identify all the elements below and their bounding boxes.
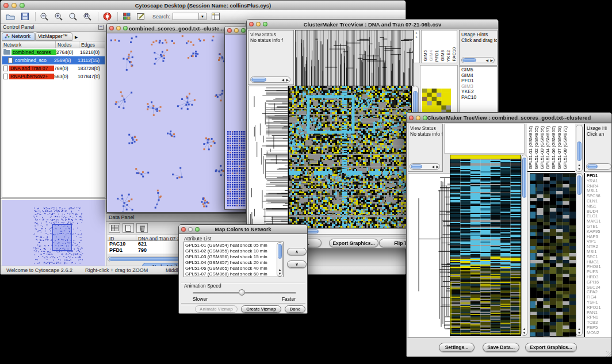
row-dendrogram[interactable] bbox=[248, 86, 288, 228]
attribute-item[interactable]: GPL51-07 (GSM868) heat shock 60 min bbox=[185, 271, 282, 277]
col-labels-vscrollbar[interactable]: ▲▼ bbox=[576, 125, 583, 172]
column-dendrogram[interactable] bbox=[295, 30, 414, 86]
done-button[interactable]: Done bbox=[285, 305, 305, 313]
open-session-button[interactable] bbox=[4, 12, 17, 22]
tab-network[interactable]: Network bbox=[2, 32, 35, 41]
scroll-thumb[interactable] bbox=[587, 164, 598, 168]
col-network[interactable]: Network bbox=[2, 41, 56, 48]
close-icon[interactable] bbox=[409, 116, 414, 120]
scroll-left-arrow[interactable]: ◀ bbox=[281, 77, 284, 82]
usage-hints-hscrollbar[interactable]: ◀ ▶ bbox=[461, 57, 495, 63]
treeview1-titlebar[interactable]: ClusterMaker TreeView : DNA and Tran 07-… bbox=[247, 20, 498, 29]
animate-vizmap-button[interactable]: Animate Vizmap bbox=[195, 305, 238, 313]
zoom-out-button[interactable] bbox=[38, 12, 51, 22]
export-graphics-button[interactable]: Export Graphics... bbox=[525, 343, 577, 352]
annotation-button[interactable] bbox=[135, 12, 147, 22]
attribute-list[interactable]: GPL51-01 (GSM854) heat shock 05 minGPL51… bbox=[183, 242, 284, 277]
cytoscape-titlebar[interactable]: Cytoscape Desktop (Session Name: collins… bbox=[1, 1, 406, 10]
scroll-thumb[interactable] bbox=[577, 175, 582, 195]
speed-slider-thumb[interactable] bbox=[239, 289, 245, 296]
zoom-fit-button[interactable] bbox=[67, 12, 79, 22]
new-attribute-button[interactable] bbox=[123, 223, 134, 233]
gene-label[interactable]: MON2 bbox=[587, 331, 612, 336]
row-dendrogram[interactable] bbox=[408, 173, 450, 338]
scroll-left-arrow[interactable]: ◀ bbox=[431, 164, 434, 169]
export-graphics-button[interactable]: Export Graphics... bbox=[329, 239, 378, 247]
help-button[interactable] bbox=[101, 12, 113, 22]
scroll-thumb[interactable] bbox=[522, 158, 526, 198]
scroll-arrows[interactable]: ▲▼ bbox=[576, 327, 582, 335]
col-edges[interactable]: Edges bbox=[79, 41, 105, 48]
document-icon bbox=[3, 66, 8, 71]
birdseye-view[interactable] bbox=[2, 200, 105, 267]
float-panel-icon[interactable] bbox=[98, 25, 104, 30]
usage-hints-hscrollbar[interactable] bbox=[586, 163, 611, 170]
save-data-button[interactable]: Save Data... bbox=[483, 343, 519, 352]
column-label: GPL51-01 (GSM854) bbox=[528, 126, 533, 170]
scroll-thumb[interactable] bbox=[411, 164, 422, 168]
resize-grip[interactable] bbox=[606, 351, 612, 357]
attribute-item[interactable]: GPL51-01 (GSM854) heat shock 05 min bbox=[185, 243, 282, 248]
view-status-hscrollbar[interactable]: ◀ ▶ bbox=[410, 163, 440, 170]
move-down-button[interactable]: ∨ bbox=[287, 260, 307, 268]
zoom-vscrollbar[interactable]: ▲▼ bbox=[576, 173, 583, 336]
main-heatmap[interactable] bbox=[450, 155, 521, 336]
treeview2-titlebar[interactable]: ClusterMaker TreeView : combined_scores_… bbox=[407, 113, 611, 123]
heatmap-vscrollbar[interactable]: ▲▼ bbox=[521, 155, 527, 336]
network-row[interactable]: combined_scores2764(0)16218(0) bbox=[2, 48, 105, 56]
view-status-panel: View Status No status info f ◀ ▶ bbox=[408, 124, 443, 172]
save-icon bbox=[21, 13, 29, 20]
table-mode-button[interactable] bbox=[109, 223, 120, 233]
main-heatmap[interactable] bbox=[288, 86, 412, 228]
col-nodes[interactable]: Nodes bbox=[56, 41, 79, 48]
scroll-right-arrow[interactable]: ▶ bbox=[286, 77, 289, 82]
create-vizmap-button[interactable]: Create Vizmap bbox=[241, 305, 281, 313]
zoom-heatmap[interactable] bbox=[422, 89, 451, 114]
tab-overflow-arrow[interactable]: ▶ bbox=[75, 35, 78, 41]
zoom-selected-button[interactable] bbox=[81, 12, 94, 22]
zoom-icon[interactable] bbox=[241, 28, 246, 33]
network-row[interactable]: DNA and Tran 07769(0)183728(0) bbox=[2, 64, 105, 72]
network-row[interactable]: RNAPuberNov2+563(0)107847(0) bbox=[2, 72, 105, 81]
scroll-arrows[interactable]: ▲▼ bbox=[576, 163, 582, 171]
attribute-table-icon bbox=[212, 13, 220, 20]
data-col-id[interactable]: ID bbox=[108, 235, 136, 240]
attribute-item[interactable]: GPL51-06 (GSM865) heat shock 40 min bbox=[185, 266, 282, 271]
scroll-arrows[interactable]: ▲▼ bbox=[522, 327, 527, 335]
scroll-right-arrow[interactable]: ▶ bbox=[490, 58, 493, 63]
save-session-button[interactable] bbox=[18, 12, 31, 22]
search-input[interactable] bbox=[173, 13, 199, 20]
search-dropdown-arrow[interactable]: ▼ bbox=[199, 13, 206, 20]
move-up-button[interactable]: ∧ bbox=[287, 248, 307, 255]
close-icon[interactable] bbox=[249, 22, 254, 26]
scroll-left-arrow[interactable]: ◀ bbox=[485, 58, 488, 63]
scroll-thumb[interactable] bbox=[251, 78, 266, 82]
close-icon[interactable] bbox=[181, 227, 186, 232]
zoom-heatmap[interactable] bbox=[530, 173, 576, 337]
scroll-thumb[interactable] bbox=[278, 244, 282, 259]
scroll-arrows[interactable]: ▲▼ bbox=[277, 268, 282, 276]
attribute-item[interactable]: GPL51-04 (GSM857) heat shock 20 min bbox=[185, 260, 282, 266]
settings-button[interactable]: Settings... bbox=[439, 343, 475, 352]
usage-hints-text: Click and drag tc bbox=[461, 37, 495, 43]
attribute-item[interactable]: GPL51-02 (GSM855) heat shock 10 min bbox=[185, 248, 282, 254]
gene-list[interactable]: PFD1YRA1RNR4MSL1SPC98CLN1NIS1BUD4ELG1MAK… bbox=[584, 173, 612, 337]
scroll-thumb[interactable] bbox=[462, 58, 476, 62]
network-row[interactable]: combined_sco2569(6)13112(15) bbox=[2, 56, 105, 64]
delete-attribute-button[interactable] bbox=[136, 223, 148, 233]
dialog-titlebar[interactable]: Map Colors to Network bbox=[179, 225, 307, 234]
attribute-list-vscrollbar[interactable]: ▲▼ bbox=[277, 242, 283, 277]
attribute-browser-button[interactable] bbox=[209, 12, 222, 22]
close-icon[interactable] bbox=[109, 26, 114, 30]
scroll-right-arrow[interactable]: ▶ bbox=[436, 164, 439, 169]
vizmapper-button[interactable] bbox=[120, 12, 133, 22]
minimize-icon[interactable] bbox=[234, 28, 239, 33]
attribute-item[interactable]: GPL51-03 (GSM856) heat shock 15 min bbox=[185, 254, 282, 260]
tab-vizmapper[interactable]: VizMapper™ bbox=[35, 32, 72, 41]
scroll-thumb[interactable] bbox=[577, 141, 582, 161]
view-status-hscrollbar[interactable]: ◀ ▶ bbox=[250, 76, 290, 83]
panel-divider[interactable] bbox=[1, 198, 106, 200]
zoom-in-button[interactable] bbox=[52, 12, 65, 22]
close-icon[interactable] bbox=[3, 3, 9, 8]
close-icon[interactable] bbox=[227, 28, 232, 33]
